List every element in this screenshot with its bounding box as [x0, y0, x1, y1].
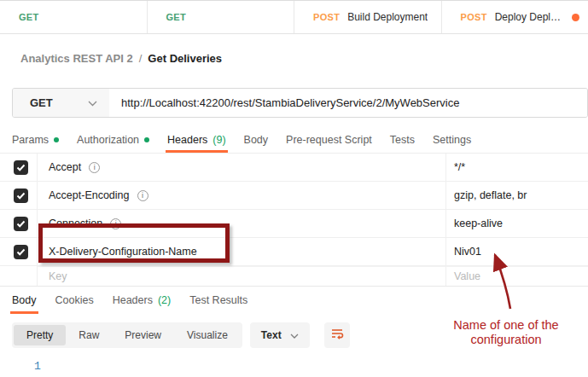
view-raw[interactable]: Raw: [66, 325, 112, 345]
chevron-down-icon: [88, 96, 97, 109]
breadcrumb-request-name[interactable]: Get Deliveries: [148, 52, 222, 65]
response-tab-cookies[interactable]: Cookies: [55, 287, 94, 314]
tab-headers[interactable]: Headers (9): [167, 126, 226, 153]
chevron-down-icon: [290, 329, 299, 341]
response-headers-count: (2): [158, 294, 171, 306]
tab-body[interactable]: Body: [244, 126, 269, 153]
request-subtabs: Params Authorization Headers (9) Body Pr…: [0, 126, 588, 153]
tab-title: Build Deployment: [347, 11, 428, 23]
tab-method-label: POST: [313, 12, 340, 22]
header-row: Accept */*: [0, 154, 588, 182]
header-row: X-Delivery-Configuration-Name Niv01: [0, 238, 588, 266]
row-checkbox[interactable]: [14, 245, 28, 259]
checkmark-icon: [18, 165, 25, 170]
line-number: 1: [34, 360, 41, 373]
info-icon[interactable]: [89, 162, 100, 173]
header-value: keep-alive: [454, 218, 503, 229]
method-label: GET: [30, 96, 53, 109]
response-tab-body[interactable]: Body: [12, 287, 37, 314]
checkmark-icon: [18, 249, 25, 254]
postman-window: GET GET POST Build Deployment POST Deplo…: [0, 0, 588, 377]
open-tab-3[interactable]: POST Build Deployment: [294, 1, 442, 33]
format-dropdown[interactable]: Text: [250, 322, 310, 348]
row-checkbox[interactable]: [14, 160, 28, 175]
open-tab-4[interactable]: POST Deploy Deploym...: [442, 1, 588, 33]
headers-count: (9): [212, 134, 225, 146]
unsaved-changes-dot-icon: [572, 14, 579, 21]
header-value: Niv01: [454, 246, 481, 258]
tab-method-label: POST: [461, 12, 487, 22]
tab-params[interactable]: Params: [12, 126, 59, 153]
new-header-row: Key Value: [0, 266, 588, 287]
row-checkbox[interactable]: [14, 188, 28, 203]
open-tab-1[interactable]: GET: [0, 1, 148, 33]
tab-authorization[interactable]: Authorization: [77, 126, 149, 153]
tab-pre-request-script[interactable]: Pre-request Script: [286, 126, 372, 153]
response-tab-test-results[interactable]: Test Results: [189, 287, 247, 314]
request-tab-strip: GET GET POST Build Deployment POST Deplo…: [0, 0, 588, 34]
breadcrumb-collection[interactable]: Analytics REST API 2: [20, 52, 133, 65]
headers-table: Accept */* Accept-Encoding gzip, deflate…: [0, 153, 588, 287]
header-value: */*: [454, 161, 465, 173]
url-input[interactable]: http://Localhost:42200/rest/StambiaDeliv…: [109, 89, 587, 117]
breadcrumb-separator: /: [139, 52, 143, 65]
params-status-dot-icon: [54, 137, 59, 142]
view-preview[interactable]: Preview: [112, 325, 174, 345]
checkmark-icon: [18, 193, 25, 198]
info-icon[interactable]: [137, 190, 148, 201]
tab-title: Deploy Deploym...: [495, 11, 564, 23]
row-checkbox[interactable]: [14, 217, 28, 231]
breadcrumb: Analytics REST API 2 / Get Deliveries: [0, 34, 588, 82]
auth-status-dot-icon: [144, 137, 149, 142]
response-body-editor: 1: [0, 348, 588, 373]
header-row: Connection keep-alive: [0, 210, 588, 238]
tab-settings[interactable]: Settings: [433, 126, 471, 153]
new-key-input[interactable]: Key: [38, 266, 446, 286]
response-tab-headers[interactable]: Headers (2): [113, 287, 172, 314]
tab-tests[interactable]: Tests: [390, 126, 415, 153]
tab-method-label: GET: [166, 12, 187, 22]
view-switcher: Pretty Raw Preview Visualize: [12, 322, 242, 348]
wrap-text-button[interactable]: [324, 322, 350, 348]
tab-method-label: GET: [19, 12, 39, 22]
annotation-text: Name of one of the configuration: [425, 318, 587, 347]
header-row: Accept-Encoding gzip, deflate, br: [0, 182, 588, 210]
header-value: gzip, deflate, br: [454, 189, 527, 201]
header-key: Accept-Encoding: [49, 189, 130, 201]
open-tab-2[interactable]: GET: [148, 1, 295, 33]
view-visualize[interactable]: Visualize: [174, 325, 241, 345]
header-key: X-Delivery-Configuration-Name: [49, 246, 197, 258]
checkmark-icon: [18, 221, 25, 226]
response-tabs: Body Cookies Headers (2) Test Results: [0, 287, 588, 314]
header-key: Accept: [49, 161, 81, 173]
method-dropdown[interactable]: GET: [13, 89, 109, 117]
new-value-input[interactable]: Value: [446, 266, 588, 286]
format-label: Text: [261, 329, 282, 341]
url-bar: GET http://Localhost:42200/rest/StambiaD…: [12, 88, 588, 118]
view-pretty[interactable]: Pretty: [14, 325, 66, 345]
info-icon[interactable]: [110, 218, 121, 229]
wrap-text-icon: [330, 327, 344, 344]
header-key: Connection: [49, 218, 102, 229]
